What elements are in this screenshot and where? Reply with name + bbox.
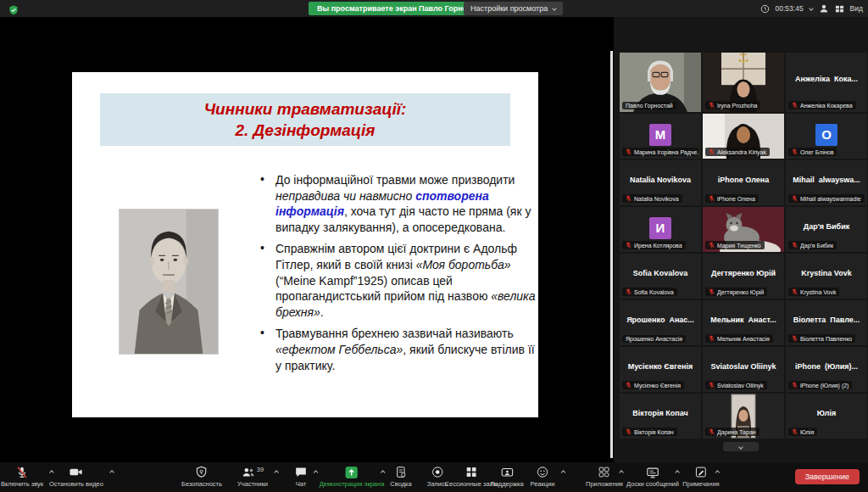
chevron-up-icon[interactable] bbox=[715, 470, 721, 475]
stop-video-button[interactable]: Остановить видео bbox=[49, 465, 103, 488]
participant-tile-maria-tyshchenko[interactable]: Мария Тищенко bbox=[703, 207, 784, 252]
support-button[interactable]: Поддержка bbox=[490, 465, 523, 488]
participant-name-label: Дар'я Бибик bbox=[788, 241, 837, 249]
slide-title: Чинники травматизації: 2. Дезінформація bbox=[100, 93, 510, 146]
chevron-down-icon[interactable] bbox=[809, 6, 814, 11]
chevron-down-icon bbox=[738, 444, 743, 450]
participant-tile-viktoriia-kopach[interactable]: Вікторія Копач Вікторія Копач bbox=[620, 394, 701, 439]
end-meeting-button[interactable]: Завершение bbox=[795, 469, 860, 484]
participant-name-label: Sofia Kovalova bbox=[622, 288, 677, 296]
participant-tile-anzhelika-kokarieva[interactable]: Анжеліка Кока... Анжеліка Кокарєва bbox=[786, 53, 867, 112]
mic-muted-icon bbox=[709, 288, 715, 295]
participant-tile-daryna-taran[interactable]: Дарина Таран bbox=[703, 394, 784, 439]
chat-button[interactable]: Чат bbox=[295, 465, 308, 488]
participant-name-label: Дарина Таран bbox=[705, 428, 760, 436]
participant-tile-daria-bybyk[interactable]: Дар'я Бибик Дар'я Бибик bbox=[786, 207, 867, 252]
participant-display-name: Ярошенко Анас... bbox=[620, 300, 701, 338]
participant-name-label: Mihail alwayswannadie bbox=[788, 194, 865, 203]
bullet-text: До інформаційної травми може призводити bbox=[275, 173, 515, 187]
participant-tile-iphone-olena[interactable]: iPhone Олена iPhone Олена bbox=[703, 160, 784, 205]
shared-screen-scrollbar[interactable] bbox=[610, 51, 613, 458]
presentation-slide: Чинники травматизації: 2. Дезінформація bbox=[72, 72, 538, 417]
top-bar: Вы просматриваете экран Павло Горностай … bbox=[0, 0, 868, 17]
apps-icon bbox=[598, 465, 610, 479]
more-participants-button[interactable] bbox=[723, 442, 759, 451]
whiteboards-button[interactable]: Доски сообщений bbox=[626, 465, 679, 488]
mic-muted-icon bbox=[709, 102, 715, 109]
slide-bullets: До інформаційної травми може призводити … bbox=[254, 172, 538, 379]
participant-tile-krystina-vovk[interactable]: Krystina Vovk Krystina Vovk bbox=[786, 254, 867, 299]
participant-name-label: Мусієнко Євгенія bbox=[622, 381, 684, 389]
participant-display-name: Sviatoslav Oliinyk bbox=[703, 347, 784, 385]
camera-icon bbox=[69, 465, 83, 479]
participant-tile-violetta-pavlenko[interactable]: Віолетта Павле... Віолетта Павленко bbox=[786, 300, 867, 345]
chevron-up-icon[interactable] bbox=[380, 470, 385, 475]
view-settings-button[interactable]: Настройки просмотра bbox=[464, 2, 563, 15]
layout-grid-icon[interactable] bbox=[835, 4, 844, 14]
participant-tile-yaroshenko-anastasiia[interactable]: Ярошенко Анас... Ярошенко Анастасія bbox=[620, 300, 701, 345]
notes-button[interactable]: Примечания bbox=[682, 465, 719, 488]
participant-tile-melnyk-anastasiia[interactable]: Мельник Анаст... Мельник Анастасія bbox=[703, 300, 784, 345]
participant-tile-musiienko-yevheniia[interactable]: Мусієнко Євгенія Мусієнко Євгенія bbox=[620, 347, 701, 392]
participant-label-text: Natalia Novikova bbox=[634, 196, 679, 202]
support-icon bbox=[500, 465, 514, 479]
participant-tile-sviatoslav-oliinyk[interactable]: Sviatoslav Oliinyk Sviatoslav Oliinyk bbox=[703, 347, 784, 392]
avatar: О bbox=[815, 123, 837, 145]
mic-muted-icon bbox=[792, 242, 798, 249]
participant-label-text: Павло Горностай bbox=[626, 103, 673, 109]
user-icon[interactable] bbox=[819, 3, 829, 14]
participant-tile-dehtiarenko-yurii[interactable]: Дегтяренко Юрій Дегтяренко Юрій bbox=[703, 254, 784, 299]
participant-tile-aleksandra-kiriyak[interactable]: Aleksandra Kiriyak bbox=[703, 114, 784, 159]
meeting-info-shield-icon[interactable] bbox=[8, 3, 19, 14]
topbar-right-controls: 00:53:45 Вид bbox=[760, 0, 863, 17]
participants-button[interactable]: 39 Участники bbox=[237, 465, 268, 488]
chevron-up-icon[interactable] bbox=[561, 470, 566, 475]
bullet-text-italic: «Моя боротьба» bbox=[416, 258, 511, 271]
mic-muted-icon bbox=[626, 148, 632, 155]
avatar-letter: М bbox=[655, 127, 666, 142]
participant-label-text: Віолетта Павленко bbox=[800, 336, 852, 342]
participants-panel: Павло Горностай Iryn bbox=[614, 17, 868, 462]
chevron-up-icon[interactable] bbox=[619, 470, 624, 475]
toolbar-button-label: Примечания bbox=[682, 480, 719, 488]
participant-label-text: Дар'я Бибик bbox=[800, 243, 833, 249]
participant-tile-mihail[interactable]: Mihail alwayswa... Mihail alwayswannadie bbox=[786, 160, 867, 205]
share-screen-button[interactable]: Демонстрация экрана bbox=[320, 465, 385, 488]
summary-button[interactable]: Сводка bbox=[390, 465, 411, 488]
view-button-label[interactable]: Вид bbox=[850, 4, 863, 13]
toolbar-button-label: Приложения bbox=[586, 480, 623, 488]
mic-muted-icon bbox=[792, 382, 798, 389]
participant-tile-maryna-radchenko[interactable]: М Марина Ігорівна Радче... bbox=[620, 114, 701, 159]
chevron-up-icon[interactable] bbox=[274, 470, 279, 475]
mic-muted-icon bbox=[626, 242, 632, 249]
participant-tile-iphone-yuliya[interactable]: iPhone (Юлия)... iPhone (Юлия) (2) bbox=[786, 347, 867, 392]
participant-label-text: Ярошенко Анастасія bbox=[626, 336, 682, 342]
reactions-button[interactable]: Реакции bbox=[531, 465, 555, 488]
participant-label-text: Krystina Vovk bbox=[800, 289, 836, 295]
participant-label-text: Марина Ігорівна Радче... bbox=[634, 149, 698, 155]
chevron-up-icon[interactable] bbox=[109, 470, 114, 475]
apps-button[interactable]: Приложения bbox=[586, 465, 623, 488]
participant-label-text: Дарина Таран bbox=[717, 429, 756, 435]
slide-bullet-2: Справжнім автором цієї доктрини є Адольф… bbox=[254, 241, 538, 320]
participant-tile-yuliia[interactable]: Юлія Юлія bbox=[786, 394, 867, 439]
whiteboard-icon bbox=[646, 465, 659, 479]
toolbar-button-label: Включить звук bbox=[1, 480, 43, 488]
unmute-button[interactable]: Включить звук bbox=[1, 465, 43, 488]
participant-tile-natalia-novikova[interactable]: Natalia Novikova Natalia Novikova bbox=[620, 160, 701, 205]
chevron-up-icon[interactable] bbox=[675, 470, 680, 475]
sharing-banner-text: Вы просматриваете экран Павло Горностай bbox=[317, 4, 484, 13]
toolbar-button-label: Реакции bbox=[531, 480, 555, 488]
participant-tile-sofia-kovalova[interactable]: Sofia Kovalova Sofia Kovalova bbox=[620, 254, 701, 299]
chevron-up-icon[interactable] bbox=[314, 470, 319, 475]
participant-tile-iryna-prozhoha[interactable]: Iryna Prozhoha bbox=[703, 53, 784, 112]
participant-tile-pavlo-hornostai[interactable]: Павло Горностай bbox=[620, 53, 701, 112]
security-button[interactable]: Безопасность bbox=[181, 465, 222, 488]
participant-tile-oleh-blinov[interactable]: О Олег Блінов bbox=[786, 114, 867, 159]
participant-display-name: Sofia Kovalova bbox=[620, 254, 701, 292]
participant-label-text: Мусієнко Євгенія bbox=[634, 383, 681, 389]
participant-tile-irena-kotliarova[interactable]: И Ирена Котлярова bbox=[620, 207, 701, 252]
participant-display-name: Krystina Vovk bbox=[786, 254, 867, 292]
participant-name-label: Iryna Prozhoha bbox=[705, 101, 760, 109]
goebbels-portrait-photo bbox=[119, 209, 219, 355]
